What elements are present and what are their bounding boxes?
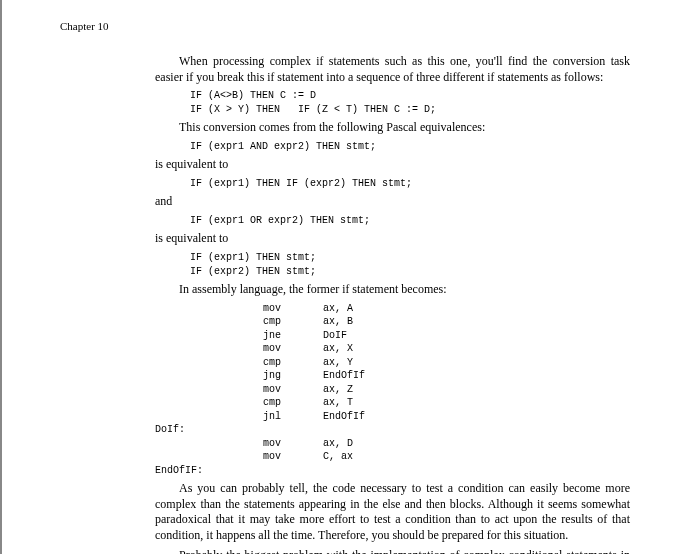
chapter-heading: Chapter 10 bbox=[60, 20, 630, 32]
code-block-1: IF (A<>B) THEN C := D IF (X > Y) THEN IF… bbox=[190, 89, 630, 116]
paragraph-and: and bbox=[155, 194, 630, 210]
code-block-3: IF (expr1) THEN IF (expr2) THEN stmt; bbox=[190, 177, 630, 191]
text-fragment: When processing complex bbox=[179, 54, 316, 68]
assembly-listing: mov ax, A cmp ax, B jne DoIF mov ax, X c… bbox=[155, 302, 630, 478]
document-page: Chapter 10 When processing complex if st… bbox=[10, 0, 680, 554]
keyword-then: then bbox=[426, 498, 446, 510]
keyword-else: else bbox=[382, 498, 400, 510]
code-block-5: IF (expr1) THEN stmt; IF (expr2) THEN st… bbox=[190, 251, 630, 278]
paragraph-analysis: As you can probably tell, the code neces… bbox=[155, 481, 630, 543]
paragraph-conversion: This conversion comes from the following… bbox=[155, 120, 630, 136]
paragraph-intro: When processing complex if statements su… bbox=[155, 54, 630, 85]
text-fragment: statements as follows: bbox=[494, 70, 603, 84]
paragraph-equivalent-2: is equivalent to bbox=[155, 231, 630, 247]
text-fragment: statement becomes: bbox=[349, 282, 446, 296]
text-fragment: In assembly language, the former bbox=[179, 282, 342, 296]
paragraph-problem: Probably the biggest problem with the im… bbox=[155, 548, 630, 554]
text-fragment: statement into a sequence of three diffe… bbox=[274, 70, 487, 84]
paragraph-assembly-intro: In assembly language, the former if stat… bbox=[155, 282, 630, 298]
text-fragment: and bbox=[400, 497, 426, 511]
code-block-2: IF (expr1 AND expr2) THEN stmt; bbox=[190, 140, 630, 154]
code-block-4: IF (expr1 OR expr2) THEN stmt; bbox=[190, 214, 630, 228]
paragraph-equivalent-1: is equivalent to bbox=[155, 157, 630, 173]
